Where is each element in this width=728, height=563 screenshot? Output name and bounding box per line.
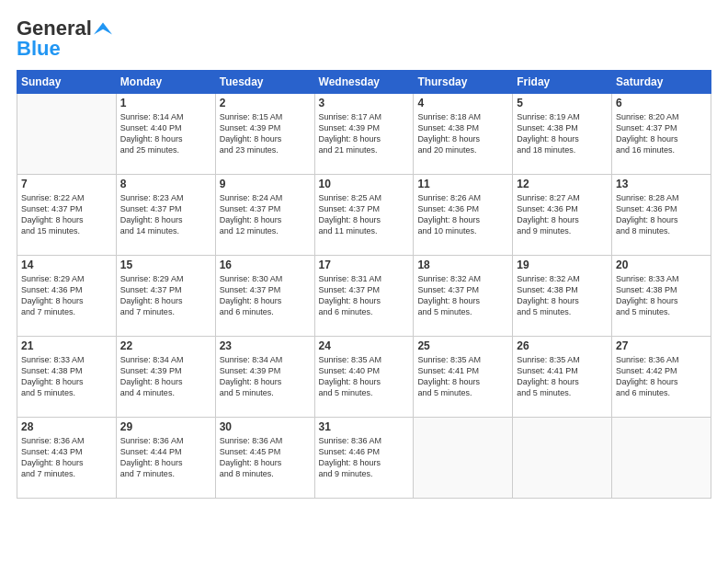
calendar-cell: 17Sunrise: 8:31 AM Sunset: 4:37 PM Dayli… [314, 256, 414, 337]
cell-info: Sunrise: 8:18 AM Sunset: 4:38 PM Dayligh… [417, 111, 508, 156]
weekday-header-saturday: Saturday [612, 71, 711, 94]
day-number: 3 [319, 97, 410, 109]
weekday-header-wednesday: Wednesday [314, 71, 414, 94]
calendar-cell: 15Sunrise: 8:29 AM Sunset: 4:37 PM Dayli… [116, 256, 215, 337]
day-number: 11 [417, 178, 508, 190]
calendar-cell: 23Sunrise: 8:34 AM Sunset: 4:39 PM Dayli… [215, 337, 314, 418]
day-number: 9 [220, 178, 311, 190]
day-number: 8 [120, 178, 211, 190]
day-number: 7 [21, 178, 112, 190]
cell-info: Sunrise: 8:30 AM Sunset: 4:37 PM Dayligh… [220, 273, 311, 318]
calendar-cell: 2Sunrise: 8:15 AM Sunset: 4:39 PM Daylig… [215, 94, 314, 175]
calendar-cell [612, 418, 711, 499]
cell-info: Sunrise: 8:36 AM Sunset: 4:45 PM Dayligh… [220, 435, 311, 480]
day-number: 5 [517, 97, 608, 109]
cell-info: Sunrise: 8:17 AM Sunset: 4:39 PM Dayligh… [319, 111, 410, 156]
cell-info: Sunrise: 8:28 AM Sunset: 4:36 PM Dayligh… [616, 192, 707, 237]
cell-info: Sunrise: 8:25 AM Sunset: 4:37 PM Dayligh… [319, 192, 410, 237]
cell-info: Sunrise: 8:15 AM Sunset: 4:39 PM Dayligh… [220, 111, 311, 156]
cell-info: Sunrise: 8:32 AM Sunset: 4:37 PM Dayligh… [417, 273, 508, 318]
day-number: 26 [517, 339, 608, 352]
cell-info: Sunrise: 8:36 AM Sunset: 4:43 PM Dayligh… [21, 435, 112, 480]
logo: General Blue [17, 17, 112, 61]
cell-info: Sunrise: 8:35 AM Sunset: 4:40 PM Dayligh… [319, 354, 410, 399]
logo-bird-icon [94, 22, 112, 35]
day-number: 10 [319, 178, 410, 190]
day-number: 1 [120, 97, 211, 109]
cell-info: Sunrise: 8:29 AM Sunset: 4:37 PM Dayligh… [120, 273, 211, 318]
calendar-cell: 16Sunrise: 8:30 AM Sunset: 4:37 PM Dayli… [215, 256, 314, 337]
calendar-body: 1Sunrise: 8:14 AM Sunset: 4:40 PM Daylig… [17, 94, 711, 499]
day-number: 22 [120, 339, 211, 352]
day-number: 15 [120, 259, 211, 271]
day-number: 2 [220, 97, 311, 109]
calendar-cell: 25Sunrise: 8:35 AM Sunset: 4:41 PM Dayli… [414, 337, 513, 418]
day-number: 13 [616, 178, 707, 190]
day-number: 16 [220, 259, 311, 271]
calendar-cell: 27Sunrise: 8:36 AM Sunset: 4:42 PM Dayli… [612, 337, 711, 418]
logo-blue: Blue [17, 37, 61, 61]
day-number: 31 [319, 420, 410, 433]
cell-info: Sunrise: 8:31 AM Sunset: 4:37 PM Dayligh… [319, 273, 410, 318]
cell-info: Sunrise: 8:36 AM Sunset: 4:46 PM Dayligh… [319, 435, 410, 480]
calendar-cell: 28Sunrise: 8:36 AM Sunset: 4:43 PM Dayli… [17, 418, 117, 499]
weekday-header-thursday: Thursday [414, 71, 513, 94]
cell-info: Sunrise: 8:20 AM Sunset: 4:37 PM Dayligh… [616, 111, 707, 156]
calendar-cell: 18Sunrise: 8:32 AM Sunset: 4:37 PM Dayli… [414, 256, 513, 337]
calendar-cell: 19Sunrise: 8:32 AM Sunset: 4:38 PM Dayli… [513, 256, 612, 337]
day-number: 25 [417, 339, 508, 352]
cell-info: Sunrise: 8:23 AM Sunset: 4:37 PM Dayligh… [120, 192, 211, 237]
cell-info: Sunrise: 8:35 AM Sunset: 4:41 PM Dayligh… [417, 354, 508, 399]
calendar-cell: 31Sunrise: 8:36 AM Sunset: 4:46 PM Dayli… [314, 418, 414, 499]
calendar-cell: 3Sunrise: 8:17 AM Sunset: 4:39 PM Daylig… [314, 94, 414, 175]
cell-info: Sunrise: 8:33 AM Sunset: 4:38 PM Dayligh… [21, 354, 112, 399]
calendar-cell: 6Sunrise: 8:20 AM Sunset: 4:37 PM Daylig… [612, 94, 711, 175]
day-number: 19 [517, 259, 608, 271]
day-number: 20 [616, 259, 707, 271]
cell-info: Sunrise: 8:32 AM Sunset: 4:38 PM Dayligh… [517, 273, 608, 318]
cell-info: Sunrise: 8:34 AM Sunset: 4:39 PM Dayligh… [120, 354, 211, 399]
cell-info: Sunrise: 8:35 AM Sunset: 4:41 PM Dayligh… [517, 354, 608, 399]
header: General Blue [17, 17, 711, 61]
calendar-cell [17, 94, 117, 175]
cell-info: Sunrise: 8:26 AM Sunset: 4:36 PM Dayligh… [417, 192, 508, 237]
day-number: 23 [220, 339, 311, 352]
day-number: 14 [21, 259, 112, 271]
weekday-header-monday: Monday [116, 71, 215, 94]
weekday-header-row: SundayMondayTuesdayWednesdayThursdayFrid… [17, 71, 711, 94]
cell-info: Sunrise: 8:36 AM Sunset: 4:44 PM Dayligh… [120, 435, 211, 480]
calendar-cell: 22Sunrise: 8:34 AM Sunset: 4:39 PM Dayli… [116, 337, 215, 418]
day-number: 17 [319, 259, 410, 271]
day-number: 24 [319, 339, 410, 352]
cell-info: Sunrise: 8:14 AM Sunset: 4:40 PM Dayligh… [120, 111, 211, 156]
calendar-cell [513, 418, 612, 499]
day-number: 21 [21, 339, 112, 352]
calendar-table: SundayMondayTuesdayWednesdayThursdayFrid… [17, 70, 711, 499]
calendar-header: SundayMondayTuesdayWednesdayThursdayFrid… [17, 71, 711, 94]
calendar-week-row: 1Sunrise: 8:14 AM Sunset: 4:40 PM Daylig… [17, 94, 711, 175]
calendar-cell: 14Sunrise: 8:29 AM Sunset: 4:36 PM Dayli… [17, 256, 117, 337]
weekday-header-tuesday: Tuesday [215, 71, 314, 94]
svg-marker-0 [94, 23, 112, 35]
calendar-cell [414, 418, 513, 499]
day-number: 6 [616, 97, 707, 109]
day-number: 12 [517, 178, 608, 190]
day-number: 4 [417, 97, 508, 109]
calendar-cell: 21Sunrise: 8:33 AM Sunset: 4:38 PM Dayli… [17, 337, 117, 418]
day-number: 29 [120, 420, 211, 433]
cell-info: Sunrise: 8:29 AM Sunset: 4:36 PM Dayligh… [21, 273, 112, 318]
cell-info: Sunrise: 8:22 AM Sunset: 4:37 PM Dayligh… [21, 192, 112, 237]
page: General Blue SundayMondayTuesdayWednesda… [0, 0, 728, 563]
calendar-cell: 12Sunrise: 8:27 AM Sunset: 4:36 PM Dayli… [513, 175, 612, 256]
day-number: 30 [220, 420, 311, 433]
cell-info: Sunrise: 8:27 AM Sunset: 4:36 PM Dayligh… [517, 192, 608, 237]
calendar-cell: 13Sunrise: 8:28 AM Sunset: 4:36 PM Dayli… [612, 175, 711, 256]
day-number: 27 [616, 339, 707, 352]
calendar-cell: 5Sunrise: 8:19 AM Sunset: 4:38 PM Daylig… [513, 94, 612, 175]
calendar-cell: 8Sunrise: 8:23 AM Sunset: 4:37 PM Daylig… [116, 175, 215, 256]
calendar-week-row: 21Sunrise: 8:33 AM Sunset: 4:38 PM Dayli… [17, 337, 711, 418]
day-number: 18 [417, 259, 508, 271]
calendar-cell: 4Sunrise: 8:18 AM Sunset: 4:38 PM Daylig… [414, 94, 513, 175]
calendar-cell: 30Sunrise: 8:36 AM Sunset: 4:45 PM Dayli… [215, 418, 314, 499]
weekday-header-sunday: Sunday [17, 71, 117, 94]
